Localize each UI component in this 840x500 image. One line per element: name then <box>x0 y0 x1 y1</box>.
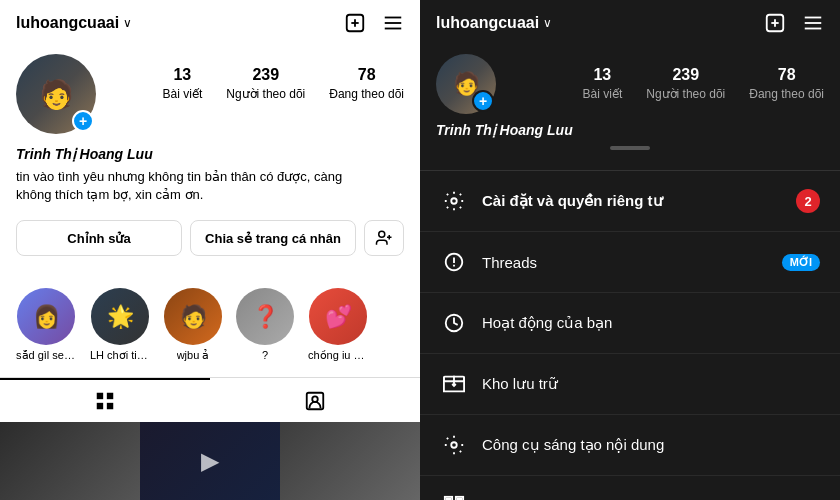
menu-item-qr[interactable]: Mã QR <box>420 476 840 500</box>
video-icon: ▶ <box>201 447 219 475</box>
left-stat-posts[interactable]: 13 Bài viết <box>163 66 203 102</box>
left-username: luhoangcuaai <box>16 14 119 32</box>
right-panel: luhoangcuaai ∨ <box>420 0 840 500</box>
left-header-icons <box>344 12 404 34</box>
right-add-button[interactable] <box>764 12 786 34</box>
story-item-4[interactable]: ❓ ? <box>236 288 294 361</box>
right-followers-count: 239 <box>646 66 725 84</box>
left-header: luhoangcuaai ∨ <box>0 0 420 46</box>
menu-item-activity[interactable]: Hoạt động của bạn <box>420 293 840 354</box>
right-panel-divider <box>610 146 650 150</box>
left-profile-name: Trinh Thị Hoang Luu <box>16 146 404 162</box>
right-stat-posts[interactable]: 13 Bài viết <box>583 66 623 102</box>
threads-new-badge: MỚI <box>782 254 820 271</box>
right-menu-icon <box>802 12 824 34</box>
right-stat-followers[interactable]: 239 Người theo dõi <box>646 66 725 102</box>
left-username-area[interactable]: luhoangcuaai ∨ <box>16 14 132 32</box>
thumbnail-3[interactable] <box>280 422 420 500</box>
discover-people-button[interactable] <box>364 220 404 256</box>
left-profile-bio: tin vào tình yêu nhưng không tin bản thâ… <box>16 168 404 204</box>
left-following-label: Đang theo dõi <box>329 87 404 101</box>
right-menu-button[interactable] <box>802 12 824 34</box>
menu-icon <box>382 12 404 34</box>
archive-icon <box>440 370 468 398</box>
story-item-1[interactable]: 👩 sắd gìl see tin <box>16 288 76 361</box>
right-following-label: Đang theo dõi <box>749 87 824 101</box>
left-action-buttons: Chỉnh sửa Chia sẻ trang cá nhân <box>16 220 404 256</box>
menu-item-settings-text: Cài đặt và quyền riêng tư <box>482 192 796 210</box>
story-avatar-image-5: 💕 <box>309 288 367 344</box>
menu-item-threads[interactable]: Threads MỚI <box>420 232 840 293</box>
story-item-5[interactable]: 💕 chồng iu củ... <box>308 288 368 361</box>
left-panel: luhoangcuaai ∨ <box>0 0 420 500</box>
left-posts-label: Bài viết <box>163 87 203 101</box>
left-avatar-container: 🧑 + <box>16 54 96 134</box>
left-tabs-bar <box>0 377 420 422</box>
story-item-2[interactable]: 🌟 LH chơi tiktok <box>90 288 150 361</box>
right-add-badge[interactable]: + <box>472 90 494 112</box>
svg-rect-11 <box>97 403 103 409</box>
right-following-count: 78 <box>749 66 824 84</box>
person-tag-icon <box>304 390 326 412</box>
right-stat-following[interactable]: 78 Đang theo dõi <box>749 66 824 102</box>
thumbnail-1[interactable] <box>0 422 140 500</box>
right-add-icon <box>764 12 786 34</box>
menu-item-tools-text: Công cụ sáng tạo nội dung <box>482 436 820 454</box>
story-avatar-2: 🌟 <box>91 288 149 344</box>
story-item-3[interactable]: 🧑 wjbu ả <box>164 288 222 361</box>
add-icon <box>344 12 366 34</box>
right-username-area[interactable]: luhoangcuaai ∨ <box>436 14 552 32</box>
tab-tagged[interactable] <box>210 378 420 422</box>
svg-rect-10 <box>107 393 113 399</box>
threads-icon <box>440 248 468 276</box>
story-avatar-image-2: 🌟 <box>91 288 149 344</box>
menu-item-settings[interactable]: Cài đặt và quyền riêng tư 2 <box>420 171 840 232</box>
story-label-3: wjbu ả <box>177 349 210 362</box>
left-stats-group: 13 Bài viết 239 Người theo dõi 78 Đang t… <box>163 54 404 102</box>
svg-point-25 <box>451 442 457 448</box>
left-menu-button[interactable] <box>382 12 404 34</box>
left-stories-row: 👩 sắd gìl see tin 🌟 LH chơi tiktok 🧑 wjb… <box>0 288 420 377</box>
menu-item-archive[interactable]: Kho lưu trữ <box>420 354 840 415</box>
svg-rect-9 <box>97 393 103 399</box>
tab-grid[interactable] <box>0 378 210 422</box>
right-header-icons <box>764 12 824 34</box>
left-chevron-icon: ∨ <box>123 16 132 30</box>
thumbnail-2[interactable]: ▶ <box>140 422 280 500</box>
right-chevron-icon: ∨ <box>543 16 552 30</box>
right-posts-label: Bài viết <box>583 87 623 101</box>
left-thumbnails: ▶ <box>0 422 420 500</box>
share-profile-button[interactable]: Chia sẻ trang cá nhân <box>190 220 356 256</box>
right-username: luhoangcuaai <box>436 14 539 32</box>
settings-icon <box>440 187 468 215</box>
svg-point-6 <box>379 232 385 238</box>
story-avatar-image-3: 🧑 <box>164 288 222 344</box>
story-label-5: chồng iu củ... <box>308 349 368 362</box>
right-header: luhoangcuaai ∨ <box>420 0 840 46</box>
left-posts-count: 13 <box>163 66 203 84</box>
story-avatar-image-1: 👩 <box>17 288 75 344</box>
left-stat-following[interactable]: 78 Đang theo dõi <box>329 66 404 102</box>
right-profile-stats: 🧑 + 13 Bài viết 239 Người theo dõi 78 Đa… <box>436 54 824 114</box>
left-add-button[interactable] <box>344 12 366 34</box>
edit-profile-button[interactable]: Chỉnh sửa <box>16 220 182 256</box>
left-add-badge[interactable]: + <box>72 110 94 132</box>
left-bio-line1: tin vào tình yêu nhưng không tin bản thâ… <box>16 169 342 184</box>
svg-rect-12 <box>107 403 113 409</box>
right-profile-name: Trinh Thị Hoang Luu <box>436 122 824 138</box>
menu-item-archive-text: Kho lưu trữ <box>482 375 820 393</box>
person-add-icon <box>375 229 393 247</box>
menu-item-threads-text: Threads <box>482 254 774 271</box>
story-avatar-3: 🧑 <box>164 288 222 344</box>
step-label-2: 2 <box>796 189 820 213</box>
menu-item-tools[interactable]: Công cụ sáng tạo nội dung <box>420 415 840 476</box>
left-following-count: 78 <box>329 66 404 84</box>
right-menu-list: Cài đặt và quyền riêng tư 2 Threads MỚI … <box>420 171 840 500</box>
qr-icon <box>440 492 468 500</box>
right-stats-group: 13 Bài viết 239 Người theo dõi 78 Đang t… <box>583 54 824 102</box>
left-stat-followers[interactable]: 239 Người theo dõi <box>226 66 305 102</box>
story-avatar-5: 💕 <box>309 288 367 344</box>
left-followers-count: 239 <box>226 66 305 84</box>
right-profile-section: 🧑 + 13 Bài viết 239 Người theo dõi 78 Đa… <box>420 46 840 171</box>
activity-icon <box>440 309 468 337</box>
